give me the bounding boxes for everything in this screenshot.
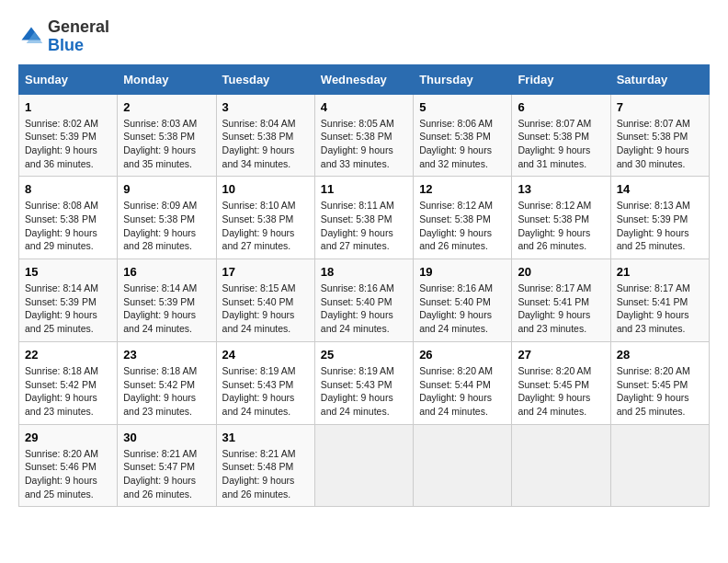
day-number: 23 — [123, 348, 210, 362]
day-number: 5 — [419, 100, 506, 114]
day-info: Sunrise: 8:03 AM Sunset: 5:38 PM Dayligh… — [123, 117, 210, 171]
logo: General Blue — [18, 18, 109, 55]
calendar-cell: 2 Sunrise: 8:03 AM Sunset: 5:38 PM Dayli… — [118, 94, 216, 177]
day-info: Sunrise: 8:14 AM Sunset: 5:39 PM Dayligh… — [25, 282, 111, 336]
calendar-cell: 24 Sunrise: 8:19 AM Sunset: 5:43 PM Dayl… — [216, 341, 314, 424]
calendar-cell: 25 Sunrise: 8:19 AM Sunset: 5:43 PM Dayl… — [314, 341, 413, 424]
calendar-cell: 15 Sunrise: 8:14 AM Sunset: 5:39 PM Dayl… — [19, 259, 118, 342]
day-info: Sunrise: 8:04 AM Sunset: 5:38 PM Dayligh… — [222, 117, 309, 171]
day-number: 15 — [25, 265, 111, 279]
day-number: 31 — [222, 431, 309, 444]
weekday-header-thursday: Thursday — [414, 64, 512, 94]
day-number: 27 — [518, 348, 604, 362]
day-number: 4 — [321, 100, 407, 114]
calendar-cell: 19 Sunrise: 8:16 AM Sunset: 5:40 PM Dayl… — [414, 259, 512, 342]
calendar-cell: 28 Sunrise: 8:20 AM Sunset: 5:45 PM Dayl… — [610, 341, 709, 424]
calendar-table: SundayMondayTuesdayWednesdayThursdayFrid… — [18, 64, 710, 508]
day-number: 2 — [123, 100, 210, 114]
day-info: Sunrise: 8:02 AM Sunset: 5:39 PM Dayligh… — [25, 117, 111, 171]
day-number: 3 — [222, 100, 309, 114]
calendar-cell: 23 Sunrise: 8:18 AM Sunset: 5:42 PM Dayl… — [118, 341, 216, 424]
day-info: Sunrise: 8:20 AM Sunset: 5:45 PM Dayligh… — [518, 364, 604, 419]
day-number: 28 — [617, 348, 703, 362]
day-number: 18 — [321, 265, 407, 279]
day-info: Sunrise: 8:06 AM Sunset: 5:38 PM Dayligh… — [419, 117, 506, 171]
day-number: 1 — [25, 100, 111, 114]
calendar-week-row: 1 Sunrise: 8:02 AM Sunset: 5:39 PM Dayli… — [19, 94, 710, 177]
day-number: 19 — [419, 265, 506, 279]
calendar-cell: 1 Sunrise: 8:02 AM Sunset: 5:39 PM Dayli… — [19, 94, 118, 177]
calendar-cell: 10 Sunrise: 8:10 AM Sunset: 5:38 PM Dayl… — [216, 177, 314, 259]
calendar-cell: 21 Sunrise: 8:17 AM Sunset: 5:41 PM Dayl… — [610, 259, 709, 342]
day-info: Sunrise: 8:07 AM Sunset: 5:38 PM Dayligh… — [518, 117, 604, 171]
calendar-cell: 18 Sunrise: 8:16 AM Sunset: 5:40 PM Dayl… — [314, 259, 413, 342]
day-info: Sunrise: 8:18 AM Sunset: 5:42 PM Dayligh… — [25, 364, 111, 419]
calendar-cell — [610, 424, 709, 507]
day-info: Sunrise: 8:19 AM Sunset: 5:43 PM Dayligh… — [222, 364, 309, 419]
calendar-cell — [414, 424, 512, 507]
calendar-week-row: 29 Sunrise: 8:20 AM Sunset: 5:46 PM Dayl… — [19, 424, 710, 507]
day-number: 13 — [518, 182, 604, 196]
day-number: 11 — [321, 182, 407, 196]
day-info: Sunrise: 8:20 AM Sunset: 5:46 PM Dayligh… — [25, 447, 111, 501]
day-number: 30 — [123, 431, 210, 444]
calendar-cell: 29 Sunrise: 8:20 AM Sunset: 5:46 PM Dayl… — [19, 424, 118, 507]
day-info: Sunrise: 8:20 AM Sunset: 5:45 PM Dayligh… — [617, 364, 703, 419]
day-info: Sunrise: 8:20 AM Sunset: 5:44 PM Dayligh… — [419, 364, 506, 419]
logo-icon — [18, 24, 44, 50]
day-number: 20 — [518, 265, 604, 279]
calendar-cell: 17 Sunrise: 8:15 AM Sunset: 5:40 PM Dayl… — [216, 259, 314, 342]
calendar-week-row: 22 Sunrise: 8:18 AM Sunset: 5:42 PM Dayl… — [19, 341, 710, 424]
day-info: Sunrise: 8:21 AM Sunset: 5:48 PM Dayligh… — [222, 447, 309, 501]
calendar-cell: 26 Sunrise: 8:20 AM Sunset: 5:44 PM Dayl… — [414, 341, 512, 424]
day-number: 26 — [419, 348, 506, 362]
day-info: Sunrise: 8:15 AM Sunset: 5:40 PM Dayligh… — [222, 282, 309, 336]
page-header: General Blue — [18, 18, 710, 55]
day-number: 10 — [222, 182, 309, 196]
day-number: 16 — [123, 265, 210, 279]
calendar-week-row: 15 Sunrise: 8:14 AM Sunset: 5:39 PM Dayl… — [19, 259, 710, 342]
calendar-cell: 3 Sunrise: 8:04 AM Sunset: 5:38 PM Dayli… — [216, 94, 314, 177]
calendar-cell: 14 Sunrise: 8:13 AM Sunset: 5:39 PM Dayl… — [610, 177, 709, 259]
calendar-cell: 4 Sunrise: 8:05 AM Sunset: 5:38 PM Dayli… — [314, 94, 413, 177]
day-info: Sunrise: 8:12 AM Sunset: 5:38 PM Dayligh… — [419, 199, 506, 253]
day-number: 7 — [617, 100, 703, 114]
calendar-cell: 22 Sunrise: 8:18 AM Sunset: 5:42 PM Dayl… — [19, 341, 118, 424]
day-info: Sunrise: 8:12 AM Sunset: 5:38 PM Dayligh… — [518, 199, 604, 253]
logo-general: General — [48, 17, 109, 36]
day-info: Sunrise: 8:13 AM Sunset: 5:39 PM Dayligh… — [617, 199, 703, 253]
calendar-cell: 6 Sunrise: 8:07 AM Sunset: 5:38 PM Dayli… — [512, 94, 610, 177]
weekday-header-tuesday: Tuesday — [216, 64, 314, 94]
day-info: Sunrise: 8:14 AM Sunset: 5:39 PM Dayligh… — [123, 282, 210, 336]
day-info: Sunrise: 8:16 AM Sunset: 5:40 PM Dayligh… — [321, 282, 407, 336]
day-number: 6 — [518, 100, 604, 114]
logo-blue: Blue — [48, 36, 84, 54]
day-number: 25 — [321, 348, 407, 362]
calendar-cell: 13 Sunrise: 8:12 AM Sunset: 5:38 PM Dayl… — [512, 177, 610, 259]
day-info: Sunrise: 8:05 AM Sunset: 5:38 PM Dayligh… — [321, 117, 407, 171]
calendar-cell: 30 Sunrise: 8:21 AM Sunset: 5:47 PM Dayl… — [118, 424, 216, 507]
day-info: Sunrise: 8:11 AM Sunset: 5:38 PM Dayligh… — [321, 199, 407, 253]
weekday-header-row: SundayMondayTuesdayWednesdayThursdayFrid… — [19, 64, 710, 94]
calendar-cell: 11 Sunrise: 8:11 AM Sunset: 5:38 PM Dayl… — [314, 177, 413, 259]
day-number: 8 — [25, 182, 111, 196]
calendar-cell: 16 Sunrise: 8:14 AM Sunset: 5:39 PM Dayl… — [118, 259, 216, 342]
day-info: Sunrise: 8:10 AM Sunset: 5:38 PM Dayligh… — [222, 199, 309, 253]
weekday-header-saturday: Saturday — [610, 64, 709, 94]
day-number: 9 — [123, 182, 210, 196]
day-info: Sunrise: 8:17 AM Sunset: 5:41 PM Dayligh… — [518, 282, 604, 336]
logo-text: General Blue — [48, 18, 109, 55]
calendar-cell: 27 Sunrise: 8:20 AM Sunset: 5:45 PM Dayl… — [512, 341, 610, 424]
day-number: 24 — [222, 348, 309, 362]
day-number: 21 — [617, 265, 703, 279]
day-info: Sunrise: 8:08 AM Sunset: 5:38 PM Dayligh… — [25, 199, 111, 253]
day-number: 14 — [617, 182, 703, 196]
day-info: Sunrise: 8:19 AM Sunset: 5:43 PM Dayligh… — [321, 364, 407, 419]
calendar-cell: 31 Sunrise: 8:21 AM Sunset: 5:48 PM Dayl… — [216, 424, 314, 507]
day-info: Sunrise: 8:16 AM Sunset: 5:40 PM Dayligh… — [419, 282, 506, 336]
calendar-week-row: 8 Sunrise: 8:08 AM Sunset: 5:38 PM Dayli… — [19, 177, 710, 259]
weekday-header-wednesday: Wednesday — [314, 64, 413, 94]
calendar-cell: 9 Sunrise: 8:09 AM Sunset: 5:38 PM Dayli… — [118, 177, 216, 259]
weekday-header-friday: Friday — [512, 64, 610, 94]
day-info: Sunrise: 8:17 AM Sunset: 5:41 PM Dayligh… — [617, 282, 703, 336]
